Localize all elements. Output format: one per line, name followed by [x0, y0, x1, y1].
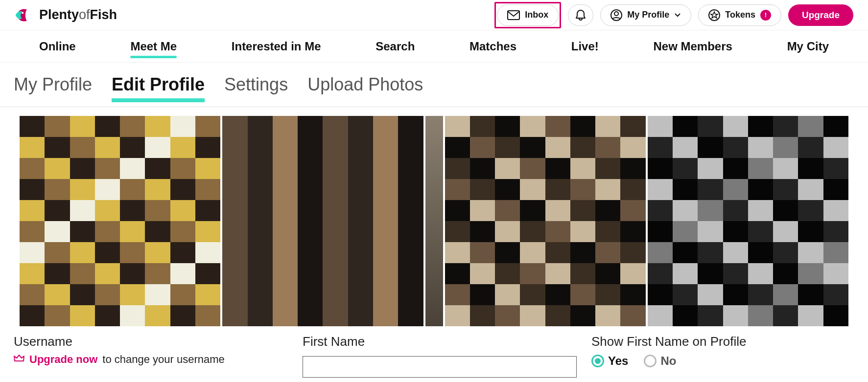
photo-tile[interactable] — [648, 116, 848, 326]
tokens-label: Tokens — [725, 10, 755, 20]
main-nav: Online Meet Me Interested in Me Search M… — [0, 30, 868, 63]
tokens-alert-badge: ! — [760, 10, 771, 21]
profile-sub-tabs: My Profile Edit Profile Settings Upload … — [0, 63, 868, 107]
top-bar: PlentyofFish Inbox — [0, 0, 868, 30]
first-name-field-group: First Name — [303, 334, 577, 378]
tab-upload-photos[interactable]: Upload Photos — [307, 74, 423, 102]
inbox-label: Inbox — [525, 10, 548, 20]
nav-matches[interactable]: Matches — [469, 32, 516, 61]
nav-my-city[interactable]: My City — [787, 32, 829, 61]
tab-my-profile[interactable]: My Profile — [14, 74, 92, 102]
logo-text: PlentyofFish — [39, 7, 117, 22]
inbox-button[interactable]: Inbox — [497, 4, 559, 26]
my-profile-button[interactable]: My Profile — [600, 4, 691, 26]
logo[interactable]: PlentyofFish — [15, 6, 117, 24]
tab-settings[interactable]: Settings — [224, 74, 288, 102]
username-field-group: Username Upgrade now to change your user… — [14, 334, 288, 378]
show-first-name-label: Show First Name on Profile — [591, 334, 854, 349]
photo-tile[interactable] — [445, 116, 646, 326]
my-profile-label: My Profile — [627, 10, 669, 20]
show-first-name-radios: Yes No — [591, 354, 854, 368]
top-right-controls: Inbox My Profile — [494, 2, 853, 28]
chevron-down-icon — [674, 13, 681, 18]
crown-icon — [14, 353, 24, 366]
radio-yes[interactable]: Yes — [591, 354, 628, 368]
blurred-photo — [648, 116, 848, 326]
radio-yes-label: Yes — [608, 354, 628, 368]
show-first-name-group: Show First Name on Profile Yes No — [591, 334, 854, 378]
profile-photo-strip — [20, 116, 848, 326]
nav-online[interactable]: Online — [39, 32, 76, 61]
inbox-highlight-box: Inbox — [494, 2, 561, 28]
first-name-label: First Name — [303, 334, 577, 349]
tokens-button[interactable]: Tokens ! — [698, 4, 781, 26]
bell-icon — [575, 9, 586, 21]
radio-no[interactable]: No — [644, 354, 676, 368]
radio-circle-icon — [591, 355, 604, 367]
radio-no-label: No — [660, 354, 676, 368]
blurred-photo — [20, 116, 220, 326]
nav-live[interactable]: Live! — [571, 32, 599, 61]
mail-icon — [507, 10, 520, 20]
first-name-input[interactable] — [303, 356, 577, 378]
nav-meet-me[interactable]: Meet Me — [130, 32, 177, 61]
blurred-photo — [445, 116, 646, 326]
username-label: Username — [14, 334, 288, 349]
username-upgrade-line: Upgrade now to change your username — [14, 353, 288, 366]
profile-icon — [610, 9, 622, 21]
upgrade-now-link[interactable]: Upgrade now — [29, 353, 97, 366]
photo-tile[interactable] — [425, 116, 443, 326]
tab-edit-profile[interactable]: Edit Profile — [112, 74, 205, 102]
svg-rect-1 — [508, 11, 519, 20]
photo-tile[interactable] — [20, 116, 220, 326]
photo-tile[interactable] — [222, 116, 423, 326]
upgrade-button[interactable]: Upgrade — [788, 4, 853, 26]
svg-point-3 — [614, 12, 618, 16]
svg-point-0 — [22, 12, 23, 14]
upgrade-rest-text: to change your username — [102, 353, 225, 366]
notifications-button[interactable] — [568, 4, 593, 26]
logo-icon — [15, 6, 33, 24]
nav-interested[interactable]: Interested in Me — [232, 32, 321, 61]
blurred-photo — [222, 116, 423, 326]
nav-new-members[interactable]: New Members — [654, 32, 732, 61]
star-badge-icon — [708, 9, 720, 21]
nav-search[interactable]: Search — [375, 32, 415, 61]
edit-profile-form: Username Upgrade now to change your user… — [0, 334, 868, 378]
radio-circle-icon — [644, 355, 657, 367]
